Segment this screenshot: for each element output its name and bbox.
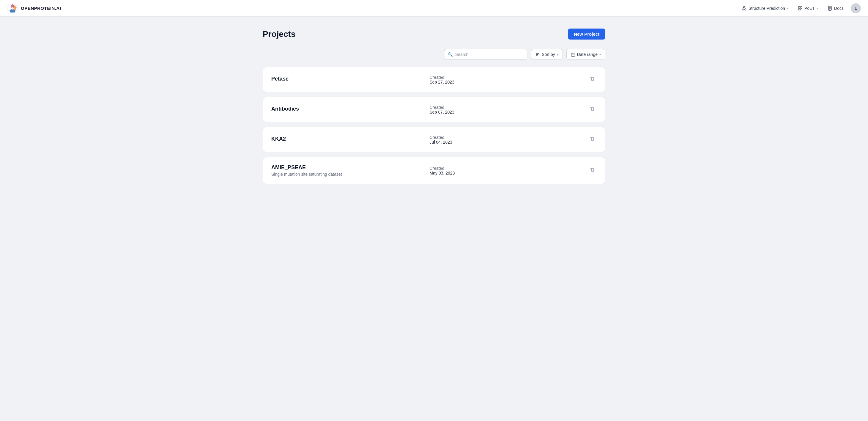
svg-rect-14 [798,9,800,10]
structure-prediction-chevron-icon: ▾ [787,6,788,10]
docs-label: Docs [834,6,844,11]
page-header: Projects New Project [263,29,605,39]
poet-label: PoET [804,6,815,11]
project-name: Antibodies [271,106,430,112]
delete-project-button[interactable] [588,104,597,115]
trash-icon [590,76,595,82]
project-card-right [588,134,597,145]
project-created-label: Created: [430,75,588,80]
docs-icon [828,6,832,11]
project-created-date: Sep 07, 2023 [430,110,588,115]
main-content: Projects New Project 🔍 Sort by ▾ [255,17,613,196]
logo-icon [7,3,18,14]
project-name: KKA2 [271,136,430,142]
date-range-button[interactable]: Date range ▾ [566,49,605,60]
structure-prediction-nav-btn[interactable]: Structure Prediction ▾ [738,4,792,13]
project-name: Petase [271,76,430,82]
calendar-icon [571,52,575,57]
poet-icon [798,6,803,11]
project-card-center: Created: Jul 04, 2023 [430,135,588,144]
project-created-date: Sep 27, 2023 [430,80,588,85]
svg-rect-15 [801,9,802,10]
project-description: Single mutation site saturating dataset [271,172,430,176]
project-created-label: Created: [430,166,588,171]
delete-project-button[interactable] [588,165,597,176]
user-avatar[interactable]: L [851,3,861,13]
search-input[interactable] [444,49,527,60]
brand-name: OPENPROTEIN.AI [21,6,61,11]
sort-by-button[interactable]: Sort by ▾ [531,49,562,60]
svg-line-10 [745,7,745,9]
sort-by-chevron-icon: ▾ [557,53,558,56]
svg-rect-13 [801,6,802,8]
project-card-center: Created: Sep 27, 2023 [430,75,588,85]
project-created-label: Created: [430,105,588,110]
svg-line-9 [743,7,744,9]
project-list: Petase Created: Sep 27, 2023 Antibodies [263,67,605,184]
date-range-chevron-icon: ▾ [599,53,601,56]
trash-icon [590,106,595,111]
svg-point-8 [745,9,746,10]
project-card[interactable]: KKA2 Created: Jul 04, 2023 [263,127,605,152]
project-card-left: Antibodies [271,106,430,113]
search-icon: 🔍 [448,52,453,57]
project-created-label: Created: [430,135,588,140]
navbar: OPENPROTEIN.AI Structure Prediction ▾ [0,0,868,17]
delete-project-button[interactable] [588,74,597,85]
trash-icon [590,136,595,141]
logo-link[interactable]: OPENPROTEIN.AI [7,3,61,14]
project-card-center: Created: Sep 07, 2023 [430,105,588,115]
project-card-left: Petase [271,76,430,83]
poet-nav-btn[interactable]: PoET ▾ [794,4,822,13]
project-card[interactable]: Petase Created: Sep 27, 2023 [263,67,605,92]
user-initial: L [855,6,857,11]
search-wrapper: 🔍 [444,49,527,60]
new-project-button[interactable]: New Project [568,29,605,39]
structure-prediction-icon [742,6,747,11]
project-card-left: AMIE_PSEAE Single mutation site saturati… [271,164,430,176]
trash-icon [590,167,595,172]
svg-rect-23 [571,53,575,56]
project-name: AMIE_PSEAE [271,164,430,171]
project-card[interactable]: AMIE_PSEAE Single mutation site saturati… [263,157,605,184]
navbar-right: Structure Prediction ▾ PoET ▾ Docs [738,3,861,13]
project-created-date: Jul 04, 2023 [430,140,588,144]
project-card[interactable]: Antibodies Created: Sep 07, 2023 [263,97,605,122]
sort-by-label: Sort by [542,52,555,57]
project-card-right [588,74,597,85]
docs-nav-btn[interactable]: Docs [824,4,847,13]
project-card-right [588,165,597,176]
project-card-left: KKA2 [271,136,430,143]
svg-rect-12 [798,6,800,8]
filters-row: 🔍 Sort by ▾ Date range ▾ [263,49,605,60]
date-range-label: Date range [577,52,598,57]
svg-point-5 [11,7,14,9]
structure-prediction-label: Structure Prediction [748,6,785,11]
project-card-center: Created: May 03, 2023 [430,166,588,175]
page-title: Projects [263,29,296,39]
svg-point-6 [742,9,744,10]
project-created-date: May 03, 2023 [430,171,588,175]
delete-project-button[interactable] [588,134,597,145]
project-card-right [588,104,597,115]
poet-chevron-icon: ▾ [816,6,818,10]
sort-icon [535,52,540,57]
